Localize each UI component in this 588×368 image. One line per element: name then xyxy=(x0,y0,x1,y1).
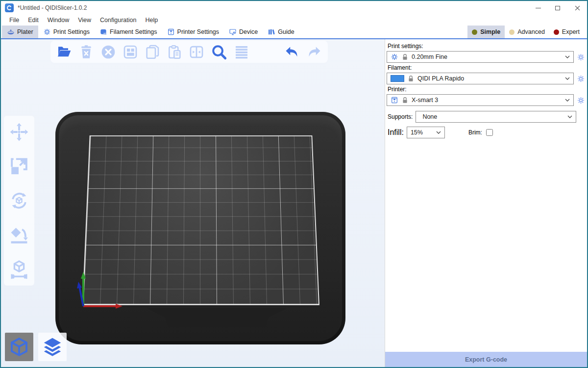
measure-tool-button[interactable] xyxy=(9,259,29,280)
origin-axes-icon xyxy=(73,261,131,313)
gear-icon xyxy=(577,96,585,105)
infill-select[interactable]: 15% xyxy=(407,127,445,138)
arrange-button[interactable] xyxy=(122,44,138,60)
mode-expert[interactable]: Expert xyxy=(549,26,584,38)
3d-cube-icon xyxy=(8,336,30,358)
mode-label: Expert xyxy=(562,28,580,35)
tab-label: Print Settings xyxy=(53,28,90,35)
supports-label: Supports: xyxy=(388,113,413,120)
tab-guide[interactable]: Guide xyxy=(263,26,299,38)
brim-checkbox[interactable] xyxy=(486,129,493,136)
plater-icon xyxy=(7,28,15,36)
mode-label: Advanced xyxy=(517,28,545,35)
export-gcode-button[interactable]: Export G-code xyxy=(385,352,587,367)
mode-selector: Simple Advanced Expert xyxy=(467,26,587,38)
minimize-button[interactable] xyxy=(528,1,548,15)
edit-filament-button[interactable] xyxy=(576,74,586,83)
undo-button[interactable] xyxy=(284,44,300,60)
close-button[interactable] xyxy=(567,1,587,15)
rotate-tool-button[interactable] xyxy=(9,190,29,211)
lock-icon xyxy=(402,53,408,61)
filament-value: QIDI PLA Rapido xyxy=(417,75,562,82)
3d-editor-view-button[interactable] xyxy=(5,333,33,361)
mode-advanced[interactable]: Advanced xyxy=(505,26,549,38)
view-toggle xyxy=(5,333,67,361)
tab-plater[interactable]: Plater xyxy=(2,26,38,38)
edit-printer-button[interactable] xyxy=(576,95,586,105)
menu-file[interactable]: File xyxy=(5,17,24,24)
gear-icon xyxy=(391,53,398,61)
menu-window[interactable]: Window xyxy=(43,17,74,24)
title-bar: *Untitled - QIDISlicer-1.0.2 xyxy=(1,1,587,15)
tab-filament-settings[interactable]: Filament Settings xyxy=(95,26,162,38)
3d-viewport[interactable] xyxy=(1,39,385,367)
printer-icon xyxy=(167,28,175,36)
menu-configuration[interactable]: Configuration xyxy=(96,17,141,24)
build-plate-handle xyxy=(147,308,287,327)
infill-label: Infill: xyxy=(388,128,404,137)
chevron-down-icon xyxy=(567,115,572,118)
printer-value: X-smart 3 xyxy=(412,97,562,104)
tab-label: Plater xyxy=(17,28,33,35)
gear-icon xyxy=(577,75,585,83)
tab-label: Filament Settings xyxy=(110,28,157,35)
advanced-mode-dot-icon xyxy=(509,29,514,35)
guide-books-icon xyxy=(268,28,275,36)
copy-button[interactable] xyxy=(145,44,160,60)
place-on-face-tool-button[interactable] xyxy=(9,225,29,245)
delete-all-button[interactable] xyxy=(100,44,116,60)
menu-edit[interactable]: Edit xyxy=(24,17,43,24)
edit-print-settings-button[interactable] xyxy=(576,52,586,62)
print-settings-select[interactable]: 0.20mm Fine xyxy=(387,51,574,63)
lock-icon xyxy=(408,75,414,82)
print-settings-label: Print settings: xyxy=(388,43,585,50)
tab-label: Printer Settings xyxy=(177,28,219,35)
maximize-icon xyxy=(555,6,560,10)
printer-select[interactable]: X-smart 3 xyxy=(387,94,574,106)
tab-device[interactable]: Device xyxy=(224,26,263,38)
settings-panel: Print settings: 0.20mm Fine xyxy=(385,39,587,367)
delete-button[interactable] xyxy=(78,44,94,60)
paste-button[interactable] xyxy=(167,44,182,60)
app-logo-icon xyxy=(5,3,14,12)
preview-view-button[interactable] xyxy=(38,333,67,361)
close-icon xyxy=(575,5,580,11)
supports-value: None xyxy=(419,113,564,120)
tab-print-settings[interactable]: Print Settings xyxy=(38,26,95,38)
scale-tool-button[interactable] xyxy=(9,156,29,177)
variable-layer-height-button[interactable] xyxy=(234,44,249,60)
menu-bar: File Edit Window View Configuration Help xyxy=(1,15,587,26)
search-button[interactable] xyxy=(211,44,227,60)
plater-toolbar xyxy=(50,41,328,63)
maximize-button[interactable] xyxy=(548,1,567,15)
tab-label: Guide xyxy=(278,28,294,35)
menu-view[interactable]: View xyxy=(74,17,96,24)
mode-label: Simple xyxy=(480,28,500,35)
expert-mode-dot-icon xyxy=(554,29,559,35)
printer-label: Printer: xyxy=(388,86,585,93)
tab-label: Device xyxy=(239,28,258,35)
gear-icon xyxy=(577,53,585,61)
chevron-down-icon xyxy=(436,131,441,134)
chevron-down-icon xyxy=(565,55,570,58)
device-monitor-icon xyxy=(229,28,237,36)
gear-icon xyxy=(43,28,51,36)
redo-button[interactable] xyxy=(306,44,322,60)
split-objects-button[interactable] xyxy=(189,44,204,60)
supports-select[interactable]: None xyxy=(416,111,576,123)
app-window: *Untitled - QIDISlicer-1.0.2 File Edit W… xyxy=(0,0,588,368)
filament-select[interactable]: QIDI PLA Rapido xyxy=(387,73,574,84)
window-title: *Untitled - QIDISlicer-1.0.2 xyxy=(18,4,87,11)
printer-icon xyxy=(391,96,398,104)
filament-label: Filament: xyxy=(388,64,585,71)
chevron-down-icon xyxy=(565,77,570,80)
tab-printer-settings[interactable]: Printer Settings xyxy=(162,26,224,38)
chevron-down-icon xyxy=(565,99,570,102)
open-file-button[interactable] xyxy=(56,44,72,60)
menu-help[interactable]: Help xyxy=(141,17,162,24)
layers-preview-icon xyxy=(41,336,64,358)
mode-simple[interactable]: Simple xyxy=(467,26,505,38)
move-tool-button[interactable] xyxy=(9,122,29,142)
filament-color-swatch xyxy=(391,75,404,82)
gizmo-toolbar xyxy=(4,116,34,286)
